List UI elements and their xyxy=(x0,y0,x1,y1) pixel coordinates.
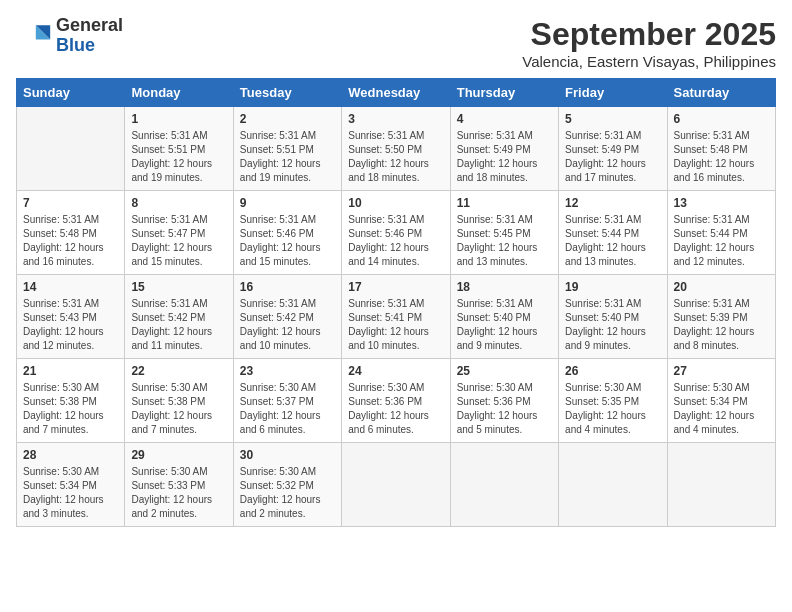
calendar-cell: 26Sunrise: 5:30 AM Sunset: 5:35 PM Dayli… xyxy=(559,359,667,443)
day-info: Sunrise: 5:31 AM Sunset: 5:43 PM Dayligh… xyxy=(23,297,118,353)
day-number: 4 xyxy=(457,112,552,126)
day-number: 21 xyxy=(23,364,118,378)
calendar-cell: 24Sunrise: 5:30 AM Sunset: 5:36 PM Dayli… xyxy=(342,359,450,443)
calendar-cell xyxy=(559,443,667,527)
calendar-cell: 14Sunrise: 5:31 AM Sunset: 5:43 PM Dayli… xyxy=(17,275,125,359)
day-number: 13 xyxy=(674,196,769,210)
day-header-saturday: Saturday xyxy=(667,79,775,107)
day-info: Sunrise: 5:31 AM Sunset: 5:47 PM Dayligh… xyxy=(131,213,226,269)
day-number: 10 xyxy=(348,196,443,210)
days-header-row: SundayMondayTuesdayWednesdayThursdayFrid… xyxy=(17,79,776,107)
day-info: Sunrise: 5:30 AM Sunset: 5:32 PM Dayligh… xyxy=(240,465,335,521)
calendar-cell: 12Sunrise: 5:31 AM Sunset: 5:44 PM Dayli… xyxy=(559,191,667,275)
day-number: 9 xyxy=(240,196,335,210)
day-number: 22 xyxy=(131,364,226,378)
calendar-cell: 11Sunrise: 5:31 AM Sunset: 5:45 PM Dayli… xyxy=(450,191,558,275)
day-info: Sunrise: 5:31 AM Sunset: 5:40 PM Dayligh… xyxy=(457,297,552,353)
day-info: Sunrise: 5:30 AM Sunset: 5:36 PM Dayligh… xyxy=(457,381,552,437)
day-info: Sunrise: 5:30 AM Sunset: 5:38 PM Dayligh… xyxy=(23,381,118,437)
day-info: Sunrise: 5:31 AM Sunset: 5:41 PM Dayligh… xyxy=(348,297,443,353)
day-number: 29 xyxy=(131,448,226,462)
calendar-title: September 2025 xyxy=(522,16,776,53)
day-info: Sunrise: 5:30 AM Sunset: 5:37 PM Dayligh… xyxy=(240,381,335,437)
calendar-cell: 19Sunrise: 5:31 AM Sunset: 5:40 PM Dayli… xyxy=(559,275,667,359)
calendar-cell: 25Sunrise: 5:30 AM Sunset: 5:36 PM Dayli… xyxy=(450,359,558,443)
day-info: Sunrise: 5:31 AM Sunset: 5:39 PM Dayligh… xyxy=(674,297,769,353)
day-number: 8 xyxy=(131,196,226,210)
calendar-cell: 15Sunrise: 5:31 AM Sunset: 5:42 PM Dayli… xyxy=(125,275,233,359)
day-number: 7 xyxy=(23,196,118,210)
calendar-body: 1Sunrise: 5:31 AM Sunset: 5:51 PM Daylig… xyxy=(17,107,776,527)
day-info: Sunrise: 5:31 AM Sunset: 5:49 PM Dayligh… xyxy=(565,129,660,185)
day-info: Sunrise: 5:31 AM Sunset: 5:46 PM Dayligh… xyxy=(240,213,335,269)
day-info: Sunrise: 5:31 AM Sunset: 5:45 PM Dayligh… xyxy=(457,213,552,269)
logo-blue: Blue xyxy=(56,36,123,56)
calendar-cell: 5Sunrise: 5:31 AM Sunset: 5:49 PM Daylig… xyxy=(559,107,667,191)
day-info: Sunrise: 5:30 AM Sunset: 5:34 PM Dayligh… xyxy=(674,381,769,437)
day-info: Sunrise: 5:31 AM Sunset: 5:48 PM Dayligh… xyxy=(674,129,769,185)
calendar-cell xyxy=(450,443,558,527)
calendar-table: SundayMondayTuesdayWednesdayThursdayFrid… xyxy=(16,78,776,527)
calendar-cell: 2Sunrise: 5:31 AM Sunset: 5:51 PM Daylig… xyxy=(233,107,341,191)
day-number: 20 xyxy=(674,280,769,294)
calendar-header: SundayMondayTuesdayWednesdayThursdayFrid… xyxy=(17,79,776,107)
page-header: General Blue September 2025 Valencia, Ea… xyxy=(16,16,776,70)
day-number: 26 xyxy=(565,364,660,378)
calendar-cell: 17Sunrise: 5:31 AM Sunset: 5:41 PM Dayli… xyxy=(342,275,450,359)
week-row-5: 28Sunrise: 5:30 AM Sunset: 5:34 PM Dayli… xyxy=(17,443,776,527)
day-info: Sunrise: 5:31 AM Sunset: 5:50 PM Dayligh… xyxy=(348,129,443,185)
day-number: 25 xyxy=(457,364,552,378)
week-row-1: 1Sunrise: 5:31 AM Sunset: 5:51 PM Daylig… xyxy=(17,107,776,191)
day-header-friday: Friday xyxy=(559,79,667,107)
calendar-cell: 18Sunrise: 5:31 AM Sunset: 5:40 PM Dayli… xyxy=(450,275,558,359)
calendar-cell: 7Sunrise: 5:31 AM Sunset: 5:48 PM Daylig… xyxy=(17,191,125,275)
day-info: Sunrise: 5:30 AM Sunset: 5:38 PM Dayligh… xyxy=(131,381,226,437)
calendar-cell: 16Sunrise: 5:31 AM Sunset: 5:42 PM Dayli… xyxy=(233,275,341,359)
calendar-cell: 4Sunrise: 5:31 AM Sunset: 5:49 PM Daylig… xyxy=(450,107,558,191)
day-number: 2 xyxy=(240,112,335,126)
day-number: 16 xyxy=(240,280,335,294)
calendar-cell: 8Sunrise: 5:31 AM Sunset: 5:47 PM Daylig… xyxy=(125,191,233,275)
day-info: Sunrise: 5:31 AM Sunset: 5:40 PM Dayligh… xyxy=(565,297,660,353)
day-number: 1 xyxy=(131,112,226,126)
day-info: Sunrise: 5:30 AM Sunset: 5:33 PM Dayligh… xyxy=(131,465,226,521)
day-header-sunday: Sunday xyxy=(17,79,125,107)
day-number: 17 xyxy=(348,280,443,294)
calendar-cell: 1Sunrise: 5:31 AM Sunset: 5:51 PM Daylig… xyxy=(125,107,233,191)
title-block: September 2025 Valencia, Eastern Visayas… xyxy=(522,16,776,70)
logo-icon xyxy=(16,18,52,54)
day-number: 18 xyxy=(457,280,552,294)
day-info: Sunrise: 5:31 AM Sunset: 5:46 PM Dayligh… xyxy=(348,213,443,269)
week-row-2: 7Sunrise: 5:31 AM Sunset: 5:48 PM Daylig… xyxy=(17,191,776,275)
day-info: Sunrise: 5:31 AM Sunset: 5:44 PM Dayligh… xyxy=(674,213,769,269)
day-info: Sunrise: 5:31 AM Sunset: 5:42 PM Dayligh… xyxy=(131,297,226,353)
calendar-cell: 3Sunrise: 5:31 AM Sunset: 5:50 PM Daylig… xyxy=(342,107,450,191)
day-number: 3 xyxy=(348,112,443,126)
calendar-cell: 27Sunrise: 5:30 AM Sunset: 5:34 PM Dayli… xyxy=(667,359,775,443)
day-number: 6 xyxy=(674,112,769,126)
day-number: 30 xyxy=(240,448,335,462)
calendar-cell xyxy=(342,443,450,527)
calendar-cell: 10Sunrise: 5:31 AM Sunset: 5:46 PM Dayli… xyxy=(342,191,450,275)
day-header-thursday: Thursday xyxy=(450,79,558,107)
day-number: 14 xyxy=(23,280,118,294)
logo: General Blue xyxy=(16,16,123,56)
calendar-cell: 21Sunrise: 5:30 AM Sunset: 5:38 PM Dayli… xyxy=(17,359,125,443)
calendar-cell: 22Sunrise: 5:30 AM Sunset: 5:38 PM Dayli… xyxy=(125,359,233,443)
calendar-cell xyxy=(667,443,775,527)
calendar-cell: 29Sunrise: 5:30 AM Sunset: 5:33 PM Dayli… xyxy=(125,443,233,527)
day-info: Sunrise: 5:31 AM Sunset: 5:48 PM Dayligh… xyxy=(23,213,118,269)
day-info: Sunrise: 5:31 AM Sunset: 5:44 PM Dayligh… xyxy=(565,213,660,269)
calendar-cell xyxy=(17,107,125,191)
day-number: 23 xyxy=(240,364,335,378)
logo-general: General xyxy=(56,16,123,36)
week-row-4: 21Sunrise: 5:30 AM Sunset: 5:38 PM Dayli… xyxy=(17,359,776,443)
calendar-cell: 28Sunrise: 5:30 AM Sunset: 5:34 PM Dayli… xyxy=(17,443,125,527)
day-number: 27 xyxy=(674,364,769,378)
day-number: 28 xyxy=(23,448,118,462)
day-number: 5 xyxy=(565,112,660,126)
day-number: 12 xyxy=(565,196,660,210)
day-info: Sunrise: 5:31 AM Sunset: 5:42 PM Dayligh… xyxy=(240,297,335,353)
day-header-wednesday: Wednesday xyxy=(342,79,450,107)
day-info: Sunrise: 5:30 AM Sunset: 5:35 PM Dayligh… xyxy=(565,381,660,437)
